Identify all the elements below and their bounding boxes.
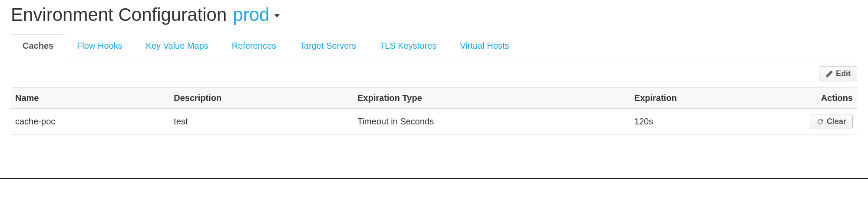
tab-flow-hooks[interactable]: Flow Hooks	[65, 34, 134, 57]
tab-virtual-hosts[interactable]: Virtual Hosts	[448, 34, 521, 57]
col-header-expiration-type: Expiration Type	[353, 88, 630, 109]
page-title: Environment Configuration	[11, 4, 227, 25]
col-header-description: Description	[169, 88, 353, 109]
cell-description: test	[169, 109, 353, 135]
tab-tls-keystores[interactable]: TLS Keystores	[368, 34, 448, 57]
cell-expiration: 120s	[630, 109, 796, 135]
refresh-icon	[816, 118, 824, 126]
tab-caches[interactable]: Caches	[11, 34, 65, 57]
table-header-row: Name Description Expiration Type Expirat…	[11, 88, 857, 109]
environment-name: prod	[233, 4, 269, 25]
chevron-down-icon	[274, 14, 280, 17]
table-row: cache-poc test Timeout in Seconds 120s C…	[11, 109, 857, 135]
divider	[0, 178, 868, 179]
edit-button[interactable]: Edit	[819, 66, 857, 81]
col-header-actions: Actions	[796, 88, 857, 109]
tab-target-servers[interactable]: Target Servers	[288, 34, 368, 57]
clear-button-label: Clear	[827, 117, 846, 126]
cell-name: cache-poc	[11, 109, 169, 135]
caches-table: Name Description Expiration Type Expirat…	[11, 87, 857, 135]
edit-button-label: Edit	[836, 69, 851, 78]
toolbar: Edit	[11, 66, 857, 81]
clear-button[interactable]: Clear	[810, 114, 853, 129]
tab-key-value-maps[interactable]: Key Value Maps	[134, 34, 220, 57]
col-header-name: Name	[11, 88, 169, 109]
environment-dropdown[interactable]: prod	[233, 4, 280, 25]
tab-references[interactable]: References	[220, 34, 288, 57]
col-header-expiration: Expiration	[630, 88, 796, 109]
cell-expiration-type: Timeout in Seconds	[353, 109, 630, 135]
cell-actions: Clear	[796, 109, 857, 135]
pencil-icon	[825, 70, 833, 78]
tabs-bar: Caches Flow Hooks Key Value Maps Referen…	[11, 34, 857, 57]
